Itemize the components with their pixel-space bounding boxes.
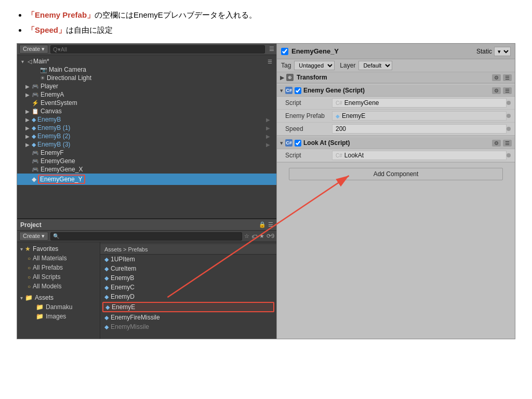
hier-item-eventsystem[interactable]: ⚡ EventSystem [17, 99, 276, 107]
enemy-gene-settings-btn[interactable]: ⚙ [492, 87, 501, 94]
enemy-gene-menu-btn[interactable]: ☰ [503, 87, 512, 94]
hier-label-main: Main* [33, 58, 49, 65]
hierarchy-list: ▾ ◁ Main* ☰ 📷 Main Camera [17, 55, 276, 187]
prefab-icon-enemyD: ◆ [104, 294, 109, 300]
proj-tag-icon: 🏷 [251, 233, 257, 240]
look-at-header[interactable]: ▾ C# Look At (Script) ⚙ ☰ [277, 137, 515, 149]
hier-item-enemyB2[interactable]: ▶ ◆ EnemyB (2) ▶ [17, 132, 276, 140]
look-at-settings-btn[interactable]: ⚙ [492, 140, 501, 147]
enemy-prefab-value[interactable]: ◆ EnemyE [332, 111, 507, 121]
bullet-2-text: は自由に設定 [66, 25, 113, 34]
asset-enemyB[interactable]: ◆ EnemyB [100, 273, 276, 283]
transform-component: ▶ ⊕ Transform ⚙ ☰ [277, 72, 515, 84]
asset-label-enemyE: EnemyE [112, 303, 135, 311]
look-at-buttons: ⚙ ☰ [492, 140, 512, 147]
asset-enemyFireMissile[interactable]: ◆ EnemyFireMissile [100, 313, 276, 322]
hier-item-enemyB1[interactable]: ▶ ◆ EnemyB (1) ▶ [17, 124, 276, 132]
hier-item-enemyGene[interactable]: 🎮 EnemyGene [17, 157, 276, 165]
hier-icon-canvas: 📋 [32, 108, 39, 115]
bullet-1: 「Enemy Prefab」の空欄にはEnemyEプレハブデータを入れる。 [27, 9, 520, 21]
proj-fav-icon: ★ [259, 233, 264, 240]
proj-all-models-label: All Models [33, 283, 61, 290]
hier-icon-light: ☀ [40, 75, 45, 82]
hier-item-enemyF[interactable]: 🎮 EnemyF [17, 149, 276, 157]
project-toolbar: Create ▾ 🔍 ☆ 🏷 ★ ⟳9 [17, 231, 276, 242]
hier-item-enemyGeneX[interactable]: 🎮 EnemyGene_X [17, 165, 276, 174]
instruction-list: 「Enemy Prefab」の空欄にはEnemyEプレハブデータを入れる。 「S… [12, 9, 520, 36]
static-dropdown[interactable]: ▾ [494, 47, 511, 56]
field-row-enemy-prefab: Enemy Prefab ◆ EnemyE [277, 110, 515, 123]
enemy-gene-header[interactable]: ▾ C# Enemy Gene (Script) ⚙ ☰ [277, 85, 515, 97]
hierarchy-create-button[interactable]: Create ▾ [19, 45, 48, 54]
lookat-script-name: LookAt [344, 152, 364, 159]
asset-enemyMissile[interactable]: ◆ EnemyMissile [100, 322, 276, 331]
hier-item-player[interactable]: ▶ 🎮 Player [17, 82, 276, 90]
proj-all-models[interactable]: ○ All Models [17, 282, 100, 291]
hier-item-dir-light[interactable]: ☀ Directional Light [17, 74, 276, 82]
proj-favorites-header[interactable]: ▾ ★ Favorites [17, 244, 100, 254]
layer-select[interactable]: Default [358, 61, 392, 70]
bullet-1-text: の空欄にはEnemyEプレハブデータを入れる。 [95, 10, 257, 19]
transform-menu-btn[interactable]: ☰ [503, 74, 512, 81]
left-panel: Create ▾ ☰ ▾ ◁ Main* ☰ [17, 44, 277, 339]
static-label: Static [476, 48, 492, 55]
proj-assets-arrow: ▾ [20, 295, 23, 301]
asset-enemyD[interactable]: ◆ EnemyD [100, 292, 276, 301]
prefab-icon-enemyFireMissile: ◆ [104, 314, 109, 321]
hier-label-enemyGeneY-box: EnemyGene_Y [38, 175, 85, 184]
add-component-button[interactable]: Add Component [289, 168, 503, 180]
asset-enemyE[interactable]: ◆ EnemyE [102, 302, 274, 312]
hier-arrow-enemyB3: ▶ [25, 142, 32, 148]
speed-value[interactable]: 200 [332, 124, 507, 134]
asset-enemyC[interactable]: ◆ EnemyC [100, 283, 276, 292]
enemy-gene-enable-checkbox[interactable] [295, 87, 301, 94]
proj-assets-header[interactable]: ▾ 📁 Assets [17, 293, 100, 302]
hierarchy-toolbar: Create ▾ ☰ [17, 44, 276, 55]
asset-1upitem[interactable]: ◆ 1UPItem [100, 255, 276, 264]
hier-label-light: Directional Light [47, 74, 91, 82]
enemy-gene-buttons: ⚙ ☰ [492, 87, 512, 94]
cs-icon-lookat: C# [336, 153, 342, 158]
transform-arrow: ▶ [280, 74, 284, 81]
hier-item-main-camera[interactable]: 📷 Main Camera [17, 65, 276, 74]
look-at-menu-btn[interactable]: ☰ [503, 140, 512, 147]
proj-images-label: Images [46, 313, 66, 320]
star-icon: ★ [25, 245, 31, 252]
enemy-prefab-dot [507, 114, 511, 118]
look-at-enable-checkbox[interactable] [295, 140, 301, 147]
proj-all-scripts[interactable]: ○ All Scripts [17, 272, 100, 282]
prefab-icon-enemyC: ◆ [104, 284, 109, 291]
hier-item-enemyB[interactable]: ▶ ◆ EnemyB ▶ [17, 115, 276, 124]
proj-all-prefabs[interactable]: ○ All Prefabs [17, 263, 100, 272]
enemy-prefab-name: EnemyE [342, 112, 365, 119]
hier-item-main[interactable]: ▾ ◁ Main* ☰ [17, 57, 276, 65]
hier-item-enemyB3[interactable]: ▶ ◆ EnemyB (3) ▶ [17, 140, 276, 149]
hier-label-enemyGene: EnemyGene [41, 157, 75, 165]
project-panel: Project 🔒 ☰ Create ▾ 🔍 ☆ 🏷 ★ ⟳9 [17, 219, 276, 339]
folder-icon: 📁 [25, 294, 33, 301]
project-search-box[interactable]: 🔍 [50, 232, 242, 241]
hier-item-enemyA[interactable]: ▶ 🎮 EnemyA [17, 90, 276, 99]
object-active-checkbox[interactable] [281, 48, 288, 55]
hier-icon-player: 🎮 [32, 83, 39, 90]
proj-all-materials[interactable]: ○ All Materials [17, 254, 100, 263]
speed-number: 200 [336, 125, 346, 132]
hierarchy-search-input[interactable] [50, 45, 265, 54]
script-name: EnemyGene [344, 99, 379, 107]
asset-cureitem[interactable]: ◆ CureItem [100, 264, 276, 273]
proj-danmaku[interactable]: 📁 Danmaku [17, 302, 100, 312]
proj-assets-label: Assets [35, 294, 54, 301]
hier-arrow-enemyB2: ▶ [25, 134, 32, 139]
transform-settings-btn[interactable]: ⚙ [492, 74, 501, 81]
transform-header[interactable]: ▶ ⊕ Transform ⚙ ☰ [277, 72, 515, 83]
hier-item-canvas[interactable]: ▶ 📋 Canvas [17, 107, 276, 115]
script-dot [507, 101, 511, 105]
proj-images[interactable]: 📁 Images [17, 312, 100, 321]
proj-star-icon: ☆ [244, 233, 249, 240]
project-create-button[interactable]: Create ▾ [19, 232, 48, 241]
asset-label-1upitem: 1UPItem [111, 256, 135, 263]
hierarchy-panel: Create ▾ ☰ ▾ ◁ Main* ☰ [17, 44, 276, 219]
tag-select[interactable]: Untagged [294, 61, 335, 70]
prefab-icon-enemyE: ◆ [105, 304, 110, 311]
hier-item-enemyGeneY[interactable]: ◆ EnemyGene_Y [17, 174, 276, 185]
